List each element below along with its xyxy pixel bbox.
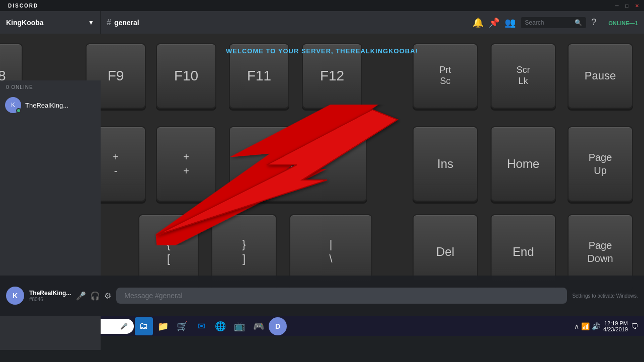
clock[interactable]: 12:19 PM 4/23/2019	[603, 320, 628, 332]
chat-icons: 🎤 🎧 ⚙	[76, 291, 111, 301]
network-icon[interactable]: 📶	[581, 322, 590, 330]
hash-icon: #	[107, 18, 111, 27]
app-title: DISCORD	[4, 3, 38, 9]
date-display: 4/23/2019	[603, 326, 628, 332]
search-placeholder-text: Search	[525, 19, 573, 26]
key-prtsc: Prt Sc	[413, 43, 478, 109]
key-f11: F11	[229, 43, 289, 109]
status-dot	[16, 108, 21, 113]
question-icon[interactable]: ?	[591, 17, 596, 28]
red-arrow	[111, 105, 403, 245]
channel-name: general	[114, 19, 139, 27]
discord-icon: D	[275, 322, 280, 330]
twitch-icon: 📺	[234, 321, 245, 332]
files-icon: 📁	[157, 321, 169, 332]
tray-expand-icon[interactable]: ∧	[574, 322, 579, 330]
members-icon[interactable]: 👥	[505, 17, 516, 28]
channel-area: # general	[101, 18, 466, 27]
user-info: TheRealKing... #8046	[29, 290, 71, 302]
mic-icon[interactable]: 🎤	[76, 291, 86, 301]
sidebar-user-item[interactable]: K TheRealKing...	[0, 94, 101, 116]
key-ins: Ins	[413, 126, 478, 202]
sidebar-username: TheRealKing...	[25, 102, 68, 109]
key-f10: F10	[156, 43, 216, 109]
taskbar-app-discord[interactable]: D	[269, 317, 287, 335]
chat-bottom-bar: K TheRealKing... #8046 🎤 🎧 ⚙ Message #ge…	[0, 276, 644, 316]
message-input-area[interactable]: Message #general	[116, 288, 567, 304]
user-avatar-container: K	[5, 97, 21, 113]
time-display: 12:19 PM	[603, 320, 628, 326]
explorer-icon: 🗂	[139, 321, 148, 331]
key-pause: Pause	[568, 43, 633, 109]
volume-icon[interactable]: 🔊	[592, 322, 600, 330]
close-button[interactable]: ✕	[634, 3, 640, 9]
minimize-button[interactable]: ─	[614, 3, 620, 9]
settings-icon[interactable]: ⚙	[104, 291, 111, 301]
activate-windows-text: Settings to activate Windows.	[572, 293, 638, 299]
store-icon: 🛒	[177, 321, 188, 332]
server-name-area[interactable]: KingKooba ▼	[0, 11, 101, 34]
taskbar-app-twitch[interactable]: 📺	[230, 317, 249, 335]
taskbar-right-area: ∧ 📶 🔊 12:19 PM 4/23/2019 🗨	[574, 320, 642, 332]
search-bar[interactable]: Search 🔍	[521, 17, 586, 28]
sidebar-username-area: TheRealKing...	[25, 102, 68, 109]
steam-icon: 🎮	[253, 321, 264, 332]
notification-icon[interactable]: 🗨	[631, 322, 638, 330]
headphones-icon[interactable]: 🎧	[90, 291, 100, 301]
key-pgup: Page Up	[568, 126, 633, 202]
pin-icon[interactable]: 📌	[489, 17, 500, 28]
taskbar-app-steam[interactable]: 🎮	[250, 317, 268, 335]
top-icons-area: 🔔 📌 👥 Search 🔍 ?	[466, 17, 602, 28]
key-f12: F12	[302, 43, 362, 109]
message-placeholder: Message #general	[124, 292, 182, 300]
top-nav: KingKooba ▼ # general 🔔 📌 👥 Search 🔍 ? O…	[0, 11, 644, 34]
user-name-text: TheRealKing...	[29, 290, 71, 297]
online-status: ONLINE—1	[602, 18, 644, 27]
server-name-text: KingKooba	[6, 19, 88, 27]
taskbar-app-mail[interactable]: ✉	[192, 317, 210, 335]
title-bar: DISCORD ─ □ ✕	[0, 0, 644, 11]
search-icon[interactable]: 🔍	[575, 19, 582, 26]
online-badge-text: ONLINE—1	[608, 20, 638, 26]
edge-icon: 🌐	[215, 321, 226, 332]
system-tray: ∧ 📶 🔊	[574, 322, 600, 330]
key-scrlk: Scr Lk	[491, 43, 556, 109]
user-disc-text: #8046	[29, 297, 71, 302]
taskbar-app-explorer[interactable]: 🗂	[135, 317, 153, 335]
bell-icon[interactable]: 🔔	[472, 17, 484, 28]
maximize-button[interactable]: □	[624, 3, 630, 9]
taskbar-app-store[interactable]: 🛒	[173, 317, 191, 335]
key-home: Home	[491, 126, 556, 202]
mail-icon: ✉	[198, 321, 205, 332]
user-avatar: K	[6, 287, 24, 305]
taskbar-app-files[interactable]: 📁	[154, 317, 172, 335]
taskbar-app-edge[interactable]: 🌐	[211, 317, 229, 335]
microphone-icon: 🎤	[120, 323, 128, 330]
online-count: 0 ONLINE	[0, 80, 101, 94]
server-dropdown-icon[interactable]: ▼	[88, 19, 94, 26]
